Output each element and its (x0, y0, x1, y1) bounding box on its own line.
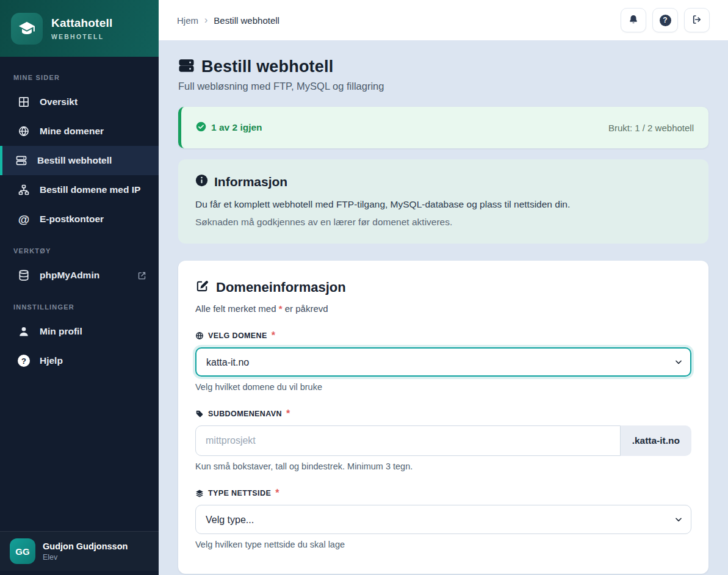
sidebar: Kattahotell WEBHOTELL MINE SIDER Oversik… (0, 0, 159, 575)
user-icon (17, 325, 31, 338)
breadcrumb-home-link[interactable]: Hjem (177, 15, 198, 26)
quota-used: Brukt: 1 / 2 webhotell (608, 123, 694, 133)
sitetype-select[interactable]: Velg type... (195, 505, 691, 534)
required-asterisk: * (286, 408, 290, 419)
sidebar-item-bestill-domene-ip[interactable]: Bestill domene med IP (0, 175, 159, 204)
sitemap-icon (17, 184, 31, 196)
sidebar-item-label: Bestill domene med IP (40, 184, 140, 195)
section-innstillinger: INNSTILLINGER (0, 290, 159, 317)
external-link-icon (137, 271, 146, 280)
sidebar-item-oversikt[interactable]: Oversikt (0, 87, 159, 117)
question-circle-icon: ? (660, 15, 671, 26)
required-asterisk: * (279, 303, 283, 314)
main-area: Hjem › Bestill webhotell ? (159, 0, 728, 575)
graduation-cap-icon (11, 13, 43, 45)
layers-icon (195, 489, 204, 497)
sidebar-item-label: phpMyAdmin (40, 270, 99, 281)
domain-helper: Velg hvilket domene du vil bruke (195, 382, 691, 392)
section-verktoy: VERKTØY (0, 234, 159, 261)
sidebar-item-label: E-postkontoer (40, 214, 104, 225)
breadcrumb-separator: › (204, 15, 207, 26)
brand-header: Kattahotell WEBHOTELL (0, 0, 159, 57)
sidebar-item-hjelp[interactable]: ? Hjelp (0, 346, 159, 375)
help-button[interactable]: ? (652, 8, 678, 32)
user-role: Elev (43, 553, 128, 562)
sidebar-nav: MINE SIDER Oversikt Mine domener Bestill… (0, 57, 159, 531)
field-subdomain: SUBDOMENENAVN * .katta-it.no Kun små bok… (195, 408, 691, 471)
field-sitetype: TYPE NETTSIDE * Velg type... Velg hvilke… (195, 488, 691, 549)
topbar: Hjem › Bestill webhotell ? (159, 0, 728, 40)
sitetype-label: TYPE NETTSIDE (208, 489, 271, 497)
question-circle-icon: ? (17, 355, 31, 367)
quota-alert: 1 av 2 igjen Brukt: 1 / 2 webhotell (178, 107, 708, 148)
domain-select[interactable]: katta-it.no (195, 347, 691, 377)
required-asterisk: * (275, 488, 279, 499)
server-icon (178, 57, 195, 76)
subdomain-suffix: .katta-it.no (621, 425, 691, 456)
sidebar-item-phpmyadmin[interactable]: phpMyAdmin (0, 261, 159, 290)
info-line-2: Søknaden må godkjennes av en lærer før d… (195, 217, 691, 228)
required-asterisk: * (272, 330, 275, 341)
notifications-button[interactable] (621, 8, 646, 32)
sidebar-item-min-profil[interactable]: Min profil (0, 317, 159, 346)
field-domain: VELG DOMENE * katta-it.no Velg hvilket d… (195, 330, 691, 392)
required-note: Alle felt merket med * er påkrevd (195, 303, 691, 314)
bell-icon (628, 14, 639, 27)
tag-icon (195, 410, 204, 418)
globe-icon (195, 331, 204, 340)
breadcrumb-current: Bestill webhotell (214, 15, 279, 26)
avatar: GG (10, 538, 35, 564)
brand-tagline: WEBHOTELL (51, 33, 112, 40)
brand-text: Kattahotell WEBHOTELL (51, 16, 112, 40)
topbar-actions: ? (621, 8, 710, 32)
grid-icon (17, 96, 31, 108)
breadcrumb: Hjem › Bestill webhotell (177, 15, 279, 26)
sidebar-item-label: Hjelp (40, 355, 63, 366)
check-circle-icon (196, 121, 206, 134)
sidebar-item-label: Bestill webhotell (37, 155, 112, 166)
quota-remaining: 1 av 2 igjen (211, 122, 262, 133)
database-icon (17, 269, 31, 281)
section-mine-sider: MINE SIDER (0, 60, 159, 87)
page-header: Bestill webhotell Full webløsning med FT… (178, 57, 708, 92)
page-content: Bestill webhotell Full webløsning med FT… (159, 40, 728, 575)
subdomain-label: SUBDOMENENAVN (208, 410, 282, 418)
info-line-1: Du får et komplett webhotell med FTP-til… (195, 199, 691, 210)
user-name: Gudjon Gudjonsson (43, 541, 128, 551)
info-title: Informasjon (214, 175, 287, 189)
at-sign-icon: @ (17, 214, 31, 225)
subdomain-helper: Kun små bokstaver, tall og bindestrek. M… (195, 461, 691, 471)
globe-icon (17, 125, 31, 137)
sidebar-user-panel[interactable]: GG Gudjon Gudjonsson Elev (0, 531, 159, 571)
domain-label: VELG DOMENE (208, 331, 267, 340)
server-icon (15, 154, 28, 167)
page-subtitle: Full webløsning med FTP, MySQL og fillag… (178, 81, 708, 92)
sidebar-item-label: Min profil (40, 326, 82, 337)
info-card: Informasjon Du får et komplett webhotell… (178, 159, 708, 244)
page-title: Bestill webhotell (201, 57, 333, 76)
sidebar-item-label: Mine domener (40, 126, 104, 137)
logout-button[interactable] (684, 8, 710, 32)
user-info: Gudjon Gudjonsson Elev (43, 541, 128, 562)
sidebar-item-label: Oversikt (40, 96, 77, 107)
edit-pencil-icon (195, 279, 209, 295)
brand-name: Kattahotell (51, 16, 112, 30)
logout-icon (691, 14, 702, 27)
sidebar-item-mine-domener[interactable]: Mine domener (0, 117, 159, 146)
info-circle-icon (195, 174, 208, 189)
form-title: Domeneinformasjon (216, 280, 346, 295)
subdomain-input[interactable] (195, 425, 621, 456)
sitetype-helper: Velg hvilken type nettside du skal lage (195, 540, 691, 549)
sidebar-item-epostkontoer[interactable]: @ E-postkontoer (0, 204, 159, 234)
sidebar-item-bestill-webhotell[interactable]: Bestill webhotell (0, 146, 159, 175)
domain-form-card: Domeneinformasjon Alle felt merket med *… (178, 261, 708, 574)
